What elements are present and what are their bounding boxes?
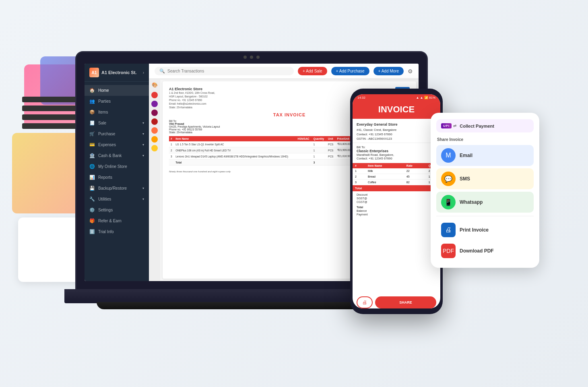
phone-bill-to-contact: Contact: +91 12345 67890 (357, 157, 436, 160)
store-info: A1 Electronic Store 1 & 2nd floor, #100/… (169, 87, 215, 109)
download-pdf-option[interactable]: PDF Download PDF (436, 240, 534, 261)
phone-signal: ▲ ▲ 📶 81% (416, 96, 435, 99)
sms-icon: 💬 (441, 172, 456, 186)
sidebar-store-name: A1 Electronic St. (101, 70, 136, 75)
download-label: Download PDF (460, 248, 494, 254)
phone-store-gstin: GSTIN - ABC13456XX123 (357, 137, 436, 141)
sidebar-item-trial[interactable]: ℹ️ Trial Info (85, 226, 149, 237)
refer-icon: 🎁 (89, 218, 95, 224)
share-divider (436, 216, 534, 216)
collect-payment-option[interactable]: UPI ⇌ Collect Payment (436, 119, 534, 132)
camera-dot-2 (250, 56, 253, 59)
print-icon: 🖨 (441, 223, 456, 237)
utilities-icon: 🔧 (89, 197, 95, 202)
search-icon: 🔍 (159, 68, 165, 74)
sidebar-item-refer[interactable]: 🎁 Refer & Earn (85, 215, 149, 226)
sms-label: SMS (460, 176, 470, 182)
col-item: Item Name (174, 136, 296, 141)
phone-bill-to-address: Marathalli Road, Bangalore, (357, 153, 436, 157)
color-amber[interactable] (151, 136, 158, 143)
sidebar-item-online-store[interactable]: 🌐 My Online Store (85, 161, 149, 172)
col-unit: Unit (326, 136, 336, 141)
table-row: 3 Coffee 82 1 (353, 180, 440, 185)
phone-invoice-title: INVOICE (353, 101, 440, 119)
col-qty: Quantity (312, 136, 326, 141)
phone-store-contact: Contact: +91 12345 67890 (357, 132, 436, 137)
items-icon: 📦 (89, 110, 95, 115)
sidebar-item-expenses[interactable]: 💳 Expenses ▾ (85, 139, 149, 150)
sidebar-chevron-icon: › (143, 70, 144, 75)
table-row: 2 Bread 45 1 (353, 174, 440, 180)
expenses-arrow-icon: ▾ (142, 143, 144, 147)
phone-summary: Discount SGST@ CGST@ Total Balance Payme… (353, 191, 440, 218)
color-yellow[interactable] (151, 145, 158, 151)
sidebar-item-items[interactable]: 📦 Items (85, 107, 149, 118)
add-sale-button[interactable]: + Add Sale (298, 67, 327, 75)
color-crimson[interactable] (151, 118, 158, 125)
sidebar-item-settings[interactable]: ⚙️ Settings (85, 205, 149, 215)
collect-payment-label: Collect Payment (460, 124, 494, 128)
backup-arrow-icon: ▾ (142, 186, 144, 190)
whatsapp-icon: 📱 (441, 195, 456, 209)
store-state: State: 29-Karnataka (169, 106, 215, 109)
reports-icon: 📊 (89, 175, 95, 180)
sidebar-item-cash-bank[interactable]: 🏦 Cash & Bank ▾ (85, 150, 149, 161)
phone-bill-to: Bill To: Classic Enterprises Marathalli … (353, 143, 440, 163)
phone-bill-to-name: Classic Enterprises (357, 149, 436, 153)
print-invoice-option[interactable]: 🖨 Print Invoice (436, 219, 534, 240)
palette-icon: 🎨 (152, 82, 158, 88)
sidebar-item-home[interactable]: 🏠 Home (85, 85, 149, 96)
sidebar-item-utilities[interactable]: 🔧 Utilities ▾ (85, 194, 149, 205)
share-email-option[interactable]: M Email (436, 145, 534, 166)
share-whatsapp-option[interactable]: 📱 Whatsapp (436, 192, 534, 213)
camera-dot-3 (256, 56, 260, 59)
sidebar-item-backup[interactable]: 💾 Backup/Restore ▾ (85, 183, 149, 194)
search-box[interactable]: 🔍 (155, 67, 294, 75)
parties-icon: 👥 (89, 99, 95, 104)
share-sms-option[interactable]: 💬 SMS (436, 168, 534, 189)
sidebar-item-reports[interactable]: 📊 Reports (85, 172, 149, 183)
sidebar: A1 A1 Electronic St. › 🏠 Home 👥 Parties … (85, 64, 149, 281)
online-store-icon: 🌐 (89, 164, 95, 169)
bill-to-address: G4/25, Prestige Apartments, Victoria Lay… (169, 125, 220, 134)
upi-arrows-icon: ⇌ (453, 124, 456, 128)
phone-share-button[interactable]: SHARE (375, 296, 436, 308)
phone-items-table: # Item Name Rate Q 1 Milk 22 2 2 Bread 4… (353, 163, 440, 185)
phone-time: 14:32 (357, 96, 365, 99)
phone-total-bar: Total (353, 185, 440, 191)
utilities-arrow-icon: ▾ (142, 197, 144, 201)
settings-gear-button[interactable]: ⚙ (408, 68, 413, 75)
sidebar-header[interactable]: A1 A1 Electronic St. › (85, 64, 149, 82)
sale-icon: 🧾 (89, 120, 95, 126)
cash-bank-arrow-icon: ▾ (142, 154, 144, 157)
col-no: # (169, 136, 174, 141)
color-orange[interactable] (151, 127, 158, 134)
add-purchase-button[interactable]: + Add Purchase (331, 67, 369, 75)
color-dark-red[interactable] (151, 110, 158, 116)
bill-to-section: Bill To: Viki Prasad G4/25, Prestige Apa… (169, 120, 220, 134)
store-phone: Phone no. +91 12345 67890 (169, 98, 215, 102)
camera-dot-1 (243, 56, 247, 59)
sale-arrow-icon: ▾ (142, 121, 144, 125)
share-invoice-label: Share Invoice (436, 137, 534, 142)
email-icon: M (441, 148, 456, 163)
sidebar-item-parties[interactable]: 👥 Parties (85, 96, 149, 107)
phone-status-bar: 14:32 ▲ ▲ 📶 81% (353, 94, 440, 101)
invoice-words: Ninety three thousand one hundred and ei… (169, 168, 231, 205)
sidebar-item-sale[interactable]: 🧾 Sale ▾ (85, 118, 149, 128)
phone-store-name: Everyday General Store (357, 122, 436, 128)
expenses-icon: 💳 (89, 142, 95, 147)
store-email: Email: hello@a1electronics.com (169, 102, 215, 106)
home-icon: 🏠 (89, 88, 95, 93)
search-input[interactable] (167, 69, 289, 73)
sidebar-logo: A1 (89, 68, 99, 77)
col-hsn: HSN/SAC (296, 136, 312, 141)
add-more-button[interactable]: + Add More (373, 67, 404, 75)
sidebar-item-purchase[interactable]: 🛒 Purchase ▾ (85, 128, 149, 139)
phone-print-button[interactable]: 🖨 (357, 296, 373, 308)
color-red[interactable] (151, 92, 158, 98)
print-label: Print Invoice (460, 227, 489, 233)
color-purple[interactable] (151, 101, 158, 107)
sidebar-nav: 🏠 Home 👥 Parties 📦 Items 🧾 Sale ▾ (85, 82, 149, 281)
phone-bottom-bar: 🖨 SHARE (353, 296, 440, 308)
